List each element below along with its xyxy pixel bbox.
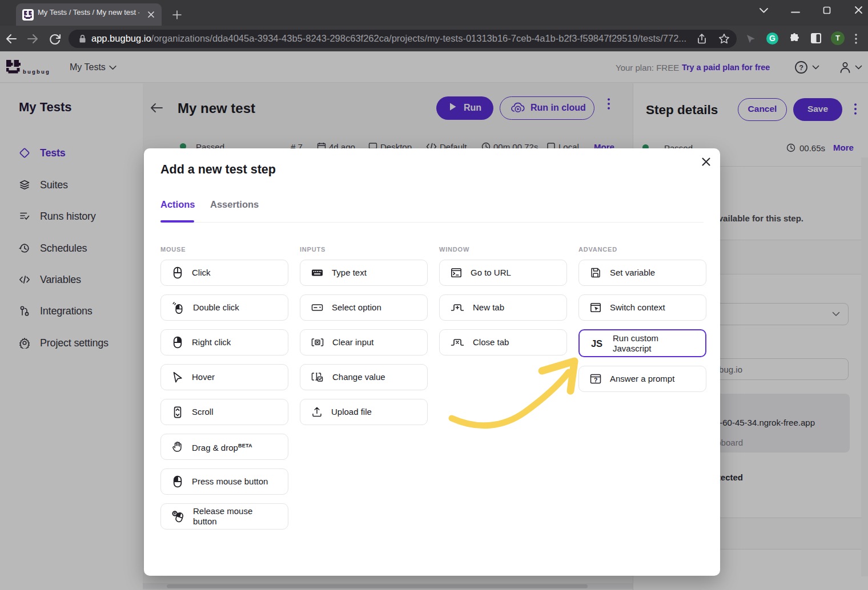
svg-text:JS: JS (591, 338, 602, 349)
svg-text:?: ? (594, 377, 598, 383)
